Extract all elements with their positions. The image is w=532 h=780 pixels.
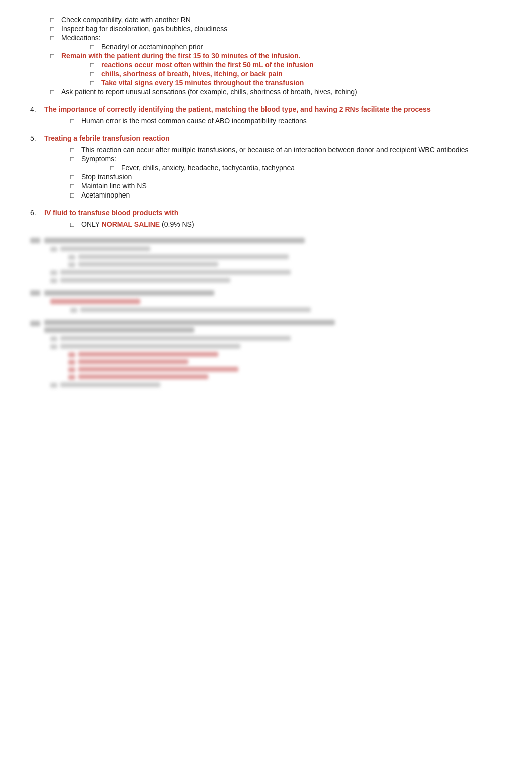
remain-prefix: Remain with the patient during the first <box>61 52 193 60</box>
section-4-number: 4. <box>30 105 44 113</box>
bullet-sym: □ <box>50 88 61 96</box>
bullet-sym: □ <box>70 117 81 125</box>
list-item: □ Medications: <box>50 33 502 42</box>
bullet-sym: □ <box>50 52 61 60</box>
list-item: □ This reaction can occur after multiple… <box>70 145 502 154</box>
reaction-text: reactions occur most often within the fi… <box>101 61 314 69</box>
list-item: □ Check compatibility, date with another… <box>50 15 502 24</box>
section-5-bullets: □ This reaction can occur after multiple… <box>70 145 502 200</box>
section-6-title: IV fluid to transfuse blood products wit… <box>44 209 178 217</box>
normal-saline-highlight: NORMAL SALINE <box>102 220 160 228</box>
vitals-text: Take vital signs every 15 minutes throug… <box>101 79 304 87</box>
section-5: 5. Treating a febrile transfusion reacti… <box>30 134 502 200</box>
chills-text: chills, shortness of breath, hives, itch… <box>101 70 283 78</box>
vitals-bullet-item: □ Take vital signs every 15 minutes thro… <box>90 78 502 87</box>
vitals-bold: 15 minutes <box>175 79 212 87</box>
bullet-sym: □ <box>90 43 101 51</box>
section-6-bullets: □ ONLY NORMAL SALINE (0.9% NS) <box>70 220 502 229</box>
bullet-text: Benadryl or acetaminophen prior <box>101 43 203 51</box>
normal-saline-text: ONLY NORMAL SALINE (0.9% NS) <box>81 220 194 228</box>
section-6: 6. IV fluid to transfuse blood products … <box>30 209 502 229</box>
ask-patient-item: □ Ask patient to report unusual sensatio… <box>50 87 502 96</box>
remain-bullet-item: □ Remain with the patient during the fir… <box>50 51 502 60</box>
list-item: □ Inspect bag for discoloration, gas bub… <box>50 24 502 33</box>
bullet-sym: □ <box>110 164 121 172</box>
bullet-sym: □ <box>70 173 81 181</box>
bullet-sym: □ <box>90 79 101 87</box>
section-5-header: 5. Treating a febrile transfusion reacti… <box>30 134 502 142</box>
symptoms-sub-item: □ Fever, chills, anxiety, headache, tach… <box>110 163 502 172</box>
remain-suffix: of the infusion. <box>248 52 300 60</box>
only-prefix: ONLY <box>81 220 102 228</box>
top-bullet-section: □ Check compatibility, date with another… <box>30 15 502 96</box>
section-6-number: 6. <box>30 209 44 217</box>
section-4-header: 4. The importance of correctly identifyi… <box>30 105 502 113</box>
list-item: □ Stop transfusion <box>70 172 502 181</box>
bullet-text: Human error is the most common cause of … <box>81 117 307 125</box>
section-4-title: The importance of correctly identifying … <box>44 105 431 113</box>
bullet-sym: □ <box>70 146 81 154</box>
normal-saline-item: □ ONLY NORMAL SALINE (0.9% NS) <box>70 220 502 229</box>
section-5-number: 5. <box>30 134 44 142</box>
section-5-title: Treating a febrile transfusion reaction <box>44 134 170 142</box>
reaction-prefix: reactions occur most often within the fi… <box>101 61 243 69</box>
section-4: 4. The importance of correctly identifyi… <box>30 105 502 125</box>
list-item: □ Maintain line with NS <box>70 181 502 190</box>
section-6-header: 6. IV fluid to transfuse blood products … <box>30 209 502 217</box>
bullet-text: Stop transfusion <box>81 173 132 181</box>
normal-saline-suffix: (0.9% NS) <box>160 220 194 228</box>
reaction-bullet-item: □ reactions occur most often within the … <box>90 60 502 69</box>
list-item: □ Symptoms: <box>70 154 502 163</box>
bullet-text: Symptoms: <box>81 155 116 163</box>
remain-time: 15 to 30 minutes <box>193 52 248 60</box>
bullet-text: Inspect bag for discoloration, gas bubbl… <box>61 25 227 33</box>
remain-text: Remain with the patient during the first… <box>61 52 301 60</box>
bullet-text: Fever, chills, anxiety, headache, tachyc… <box>121 164 295 172</box>
list-item: □ Benadryl or acetaminophen prior <box>90 42 502 51</box>
reaction-bold: 50 mL <box>243 61 263 69</box>
bullet-text: Check compatibility, date with another R… <box>61 16 191 24</box>
bullet-sym: □ <box>50 34 61 42</box>
bullet-sym: □ <box>70 182 81 190</box>
section-4-bullets: □ Human error is the most common cause o… <box>70 116 502 125</box>
bullet-text: This reaction can occur after multiple t… <box>81 146 469 154</box>
vitals-prefix: Take vital signs every <box>101 79 175 87</box>
top-bullet-list: □ Check compatibility, date with another… <box>50 15 502 96</box>
chills-bullet-item: □ chills, shortness of breath, hives, it… <box>90 69 502 78</box>
bullet-sym: □ <box>70 191 81 199</box>
bullet-text: Medications: <box>61 34 101 42</box>
bullet-sym: □ <box>50 25 61 33</box>
bullet-sym: □ <box>50 16 61 24</box>
bullet-sym: □ <box>70 155 81 163</box>
vitals-suffix: throughout the transfusion <box>212 79 304 87</box>
blurred-area <box>30 238 502 388</box>
list-item: □ Acetaminophen <box>70 190 502 200</box>
ask-patient-text: Ask patient to report unusual sensations… <box>61 88 357 96</box>
bullet-text: Acetaminophen <box>81 191 130 199</box>
bullet-text: Maintain line with NS <box>81 182 147 190</box>
bullet-sym: □ <box>90 70 101 78</box>
reaction-suffix: of the infusion <box>263 61 313 69</box>
bullet-sym: □ <box>70 220 81 228</box>
list-item: □ Human error is the most common cause o… <box>70 116 502 125</box>
bullet-sym: □ <box>90 61 101 69</box>
